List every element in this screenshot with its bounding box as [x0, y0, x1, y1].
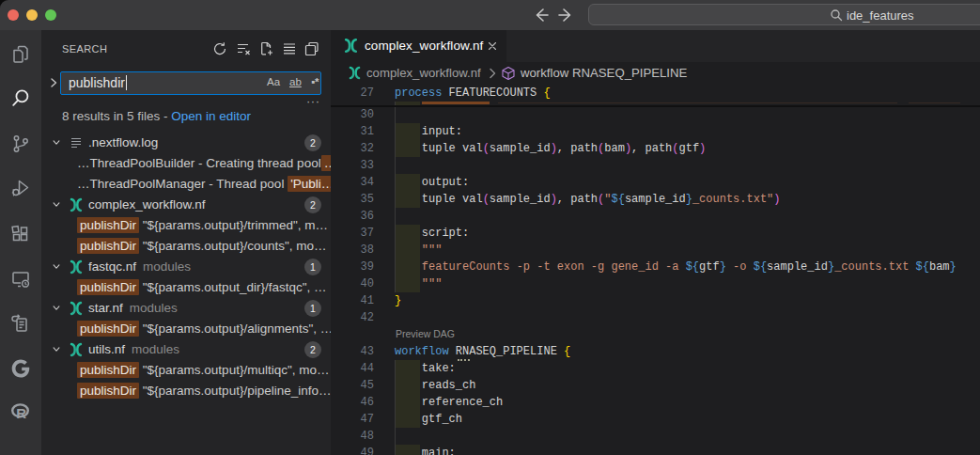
- svg-text:R: R: [16, 405, 26, 421]
